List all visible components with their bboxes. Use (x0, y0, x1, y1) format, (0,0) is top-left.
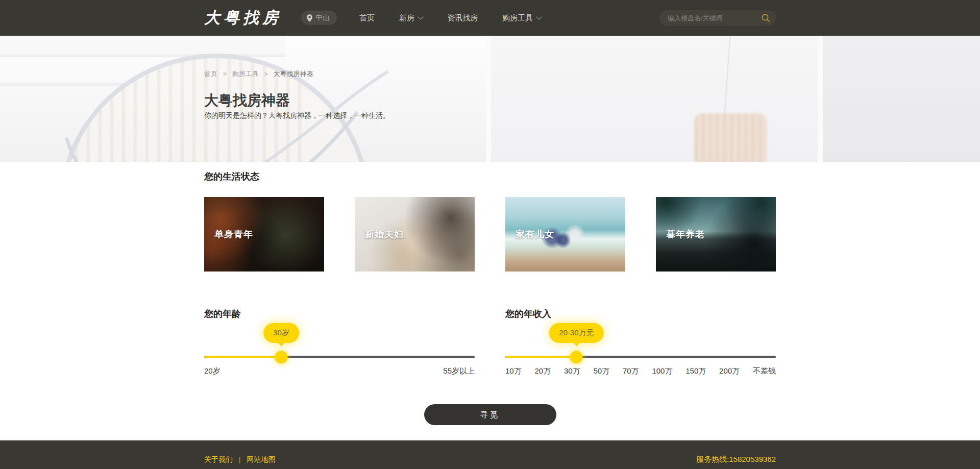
nav-item-buying-tools[interactable]: 购房工具 (502, 13, 541, 23)
income-tick-label: 30万 (564, 366, 580, 376)
income-slider-track[interactable] (505, 356, 776, 358)
income-tick-label: 200万 (719, 366, 740, 376)
footer-separator: | (239, 456, 240, 463)
search-input[interactable] (659, 10, 776, 26)
nav-item-new-homes[interactable]: 新房 (399, 13, 423, 23)
life-status-cards: 单身青年 新婚夫妇 家有儿女 暮年养老 (204, 197, 776, 271)
search-box (659, 10, 776, 26)
card-retirement[interactable]: 暮年养老 (656, 197, 776, 271)
card-label: 单身青年 (214, 228, 253, 240)
income-tick-label: 不差钱 (753, 366, 776, 376)
main-nav: 首页 新房 资讯找房 购房工具 (359, 13, 541, 23)
life-status-heading: 您的生活状态 (204, 162, 776, 183)
service-hotline: 服务热线:15820539362 (696, 455, 776, 464)
age-slider-labels: 20岁 55岁以上 (204, 366, 475, 376)
hero-image-right-strip (823, 36, 980, 162)
nav-label: 购房工具 (502, 13, 533, 23)
income-tick-label: 20万 (534, 366, 551, 376)
age-slider-track[interactable] (204, 356, 475, 358)
nav-item-home[interactable]: 首页 (359, 13, 375, 23)
main-content: 您的生活状态 单身青年 新婚夫妇 家有儿女 暮年养老 您的年龄 30岁 (0, 162, 980, 440)
chevron-down-icon (418, 14, 423, 19)
age-slider-heading: 您的年龄 (204, 308, 475, 320)
age-slider-fill (204, 356, 281, 358)
age-slider-section: 您的年龄 30岁 20岁 55岁以上 (204, 308, 475, 376)
nav-item-news-search[interactable]: 资讯找房 (447, 13, 478, 23)
card-label: 家有儿女 (516, 228, 554, 240)
search-icon[interactable] (761, 13, 771, 25)
breadcrumb: 首页 > 购房工具 > 大粤找房神器 (204, 69, 313, 79)
breadcrumb-home[interactable]: 首页 (204, 70, 217, 78)
hero-banner: 首页 > 购房工具 > 大粤找房神器 大粤找房神器 你的明天是怎样的？大粤找房神… (0, 36, 980, 162)
breadcrumb-separator: > (264, 70, 268, 78)
income-tick-label: 150万 (685, 366, 706, 376)
footer-link-sitemap[interactable]: 网站地图 (247, 455, 275, 464)
age-min-label: 20岁 (204, 366, 220, 376)
nav-label: 首页 (359, 13, 375, 23)
income-slider-value: 20-30万元 (559, 328, 594, 337)
card-single-youth[interactable]: 单身青年 (204, 197, 324, 271)
income-slider-labels: 10万 20万 30万 50万 70万 100万 150万 200万 不差钱 (505, 366, 776, 376)
income-tick-label: 70万 (623, 366, 639, 376)
breadcrumb-separator: > (223, 70, 227, 78)
income-slider-tooltip: 20-30万元 (549, 323, 603, 343)
card-label: 新婚夫妇 (365, 228, 404, 240)
nav-label: 新房 (399, 13, 414, 23)
age-max-label: 55岁以上 (443, 366, 475, 376)
page-title: 大粤找房神器 (204, 91, 290, 110)
chevron-down-icon (536, 14, 542, 19)
card-label: 暮年养老 (666, 228, 705, 240)
footer: 关于我们 | 网站地图 服务热线:15820539362 (0, 440, 980, 469)
city-selector[interactable]: 中山 (301, 11, 337, 25)
breadcrumb-tools[interactable]: 购房工具 (232, 70, 259, 78)
income-tick-label: 10万 (505, 366, 522, 376)
footer-links: 关于我们 | 网站地图 (204, 455, 275, 464)
age-slider-tooltip: 30岁 (263, 323, 299, 343)
header: 大粤找房 中山 首页 新房 资讯找房 购房工具 (0, 0, 980, 36)
age-slider-thumb[interactable] (275, 351, 288, 363)
income-tick-label: 50万 (593, 366, 609, 376)
income-slider-thumb[interactable] (570, 351, 583, 363)
location-pin-icon (307, 14, 312, 22)
site-logo[interactable]: 大粤找房 (204, 7, 282, 29)
card-family-with-children[interactable]: 家有儿女 (505, 197, 625, 271)
income-slider-section: 您的年收入 20-30万元 10万 20万 30万 50万 70万 (505, 308, 776, 376)
income-slider-heading: 您的年收入 (505, 308, 776, 320)
city-label: 中山 (315, 13, 330, 22)
breadcrumb-current: 大粤找房神器 (274, 70, 313, 78)
income-tick-label: 100万 (652, 366, 672, 376)
nav-label: 资讯找房 (447, 13, 478, 23)
seek-button[interactable]: 寻觅 (424, 404, 556, 425)
card-newlyweds[interactable]: 新婚夫妇 (355, 197, 475, 271)
page-subtitle: 你的明天是怎样的？大粤找房神器，一种选择，一种生活。 (204, 111, 390, 120)
income-slider-fill (505, 356, 576, 358)
age-slider-value: 30岁 (273, 328, 289, 337)
footer-link-about[interactable]: 关于我们 (204, 455, 233, 464)
